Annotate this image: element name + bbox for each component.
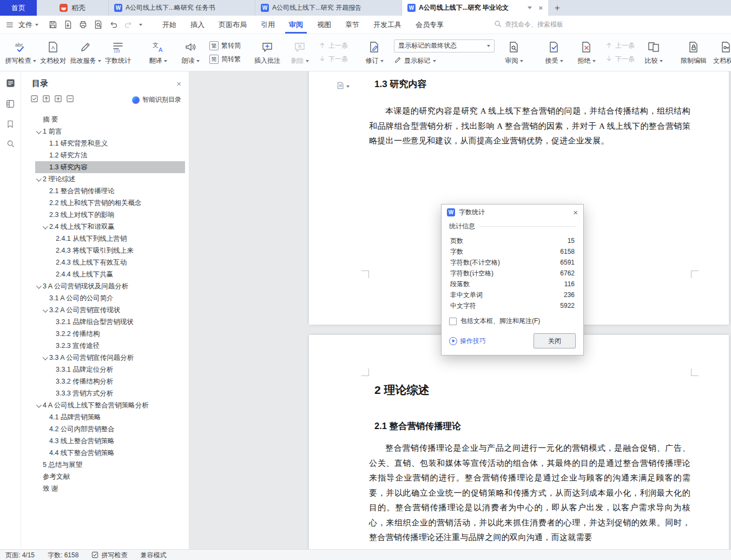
toc-item[interactable]: 4.3 线上整合营销策略	[35, 435, 185, 447]
print-icon[interactable]	[78, 20, 88, 29]
track-changes-button[interactable]: 修订	[358, 36, 391, 69]
next-change-button[interactable]: 下一条	[605, 55, 635, 64]
smart-recognize-toc-button[interactable]: 智能识别目录	[132, 95, 181, 104]
translate-button[interactable]: 文A 翻译	[142, 36, 174, 69]
accept-change-button[interactable]: 接受	[538, 36, 570, 69]
toc-item[interactable]: 参考文献	[35, 471, 185, 483]
qat-more-caret-icon[interactable]	[139, 24, 142, 26]
doc-proof-button[interactable]: A 文档校对	[37, 36, 69, 69]
undo-icon[interactable]	[109, 20, 118, 29]
toc-item[interactable]: 5 总结与展望	[35, 459, 185, 471]
toc-item[interactable]: 1.3 研究内容	[35, 161, 185, 173]
toc-item[interactable]: 2.3 线上对线下的影响	[35, 209, 185, 221]
restrict-editing-button[interactable]: 限制编辑	[677, 36, 710, 69]
new-tab-button[interactable]: +	[548, 0, 567, 16]
toc-item[interactable]: 4.4 线下整合营销策略	[35, 447, 185, 459]
toc-item[interactable]: 4 A 公司线上线下整合营销策略分析	[35, 399, 185, 411]
word-count-indicator[interactable]: 字数: 6158	[48, 551, 78, 560]
toc-item[interactable]: 1.1 研究背景和意义	[35, 137, 185, 149]
spell-check-button[interactable]: abc 拼写检查	[4, 36, 37, 69]
ribbon-tab[interactable]: 视图	[310, 16, 338, 34]
compare-button[interactable]: 比较	[637, 36, 670, 69]
toc-item[interactable]: 4.2 公司内部营销整合	[35, 423, 185, 435]
ribbon-tab[interactable]: 开发工具	[366, 16, 409, 34]
hamburger-menu-icon[interactable]	[5, 21, 14, 29]
toc-item[interactable]: 3 A 公司营销现状及问题分析	[35, 280, 185, 292]
toc-item[interactable]: 3.3.3 营销方式分析	[35, 387, 185, 399]
document-tab[interactable]: A公司线上线下...研究 毕业论文	[402, 0, 548, 16]
toc-item[interactable]: 1 前言	[35, 126, 185, 137]
toc-item[interactable]: 2.4.1 从线下到线上营销	[35, 233, 185, 245]
trad-to-simp-button[interactable]: 繁繁转简	[209, 41, 241, 51]
reject-change-button[interactable]: 拒绝	[570, 36, 603, 69]
correction-service-button[interactable]: 批改服务	[69, 36, 102, 69]
dialog-titlebar[interactable]: 字数统计 ×	[442, 205, 583, 220]
document-map-icon[interactable]	[5, 99, 15, 111]
toc-item[interactable]: 致 谢	[35, 483, 185, 495]
toc-item[interactable]: 3.2.2 传播结构	[35, 328, 185, 340]
document-tab[interactable]: A公司线上线下...研究 开题报告	[255, 0, 402, 16]
toc-item[interactable]: 3.3 A 公司营销宣传问题分析	[35, 352, 185, 364]
page-indicator[interactable]: 页面: 4/15	[5, 551, 35, 560]
document-tab[interactable]: A公司线上线下...略研究 任务书	[109, 0, 255, 16]
toc-item[interactable]: 2 理论综述	[35, 173, 185, 185]
toc-item[interactable]: 摘 要	[35, 114, 185, 126]
chevron-down-icon[interactable]	[42, 308, 49, 312]
read-aloud-button[interactable]: 朗读	[174, 36, 207, 69]
ribbon-tab[interactable]: 会员专享	[409, 16, 451, 34]
toc-item[interactable]: 2.4.4 线上线下共赢	[35, 268, 185, 280]
review-pane-button[interactable]: 审阅	[498, 36, 530, 69]
find-icon[interactable]	[6, 139, 15, 150]
save-icon[interactable]	[48, 20, 57, 29]
toc-item[interactable]: 1.2 研究方法	[35, 149, 185, 161]
docer-tab[interactable]: 稻壳	[37, 0, 109, 16]
chevron-down-icon[interactable]	[42, 225, 49, 229]
toc-expand-all-icon[interactable]	[54, 95, 62, 105]
chevron-down-icon[interactable]	[35, 177, 43, 181]
toc-item[interactable]: 3.1 A 公司的公司简介	[35, 292, 185, 304]
chevron-down-icon[interactable]	[528, 6, 532, 9]
chevron-down-icon[interactable]	[35, 130, 43, 134]
toc-collapse-all-icon[interactable]	[66, 95, 74, 105]
document-page[interactable]: 2 理论综述 2.1 整合营销传播理论 整合营销传播理论是企业与产品之间进行一元…	[309, 335, 729, 549]
tab-close-icon[interactable]	[538, 4, 543, 12]
ribbon-tab[interactable]: 引用	[254, 16, 282, 34]
export-pdf-icon[interactable]	[63, 20, 73, 29]
toc-select-icon[interactable]	[30, 95, 38, 105]
toc-item[interactable]: 3.2.3 宣传途径	[35, 340, 185, 352]
ribbon-tab[interactable]: 页面布局	[212, 16, 254, 34]
document-permission-button[interactable]: 文档权限	[710, 36, 731, 69]
markup-state-combobox[interactable]: 显示标记的最终状态	[394, 39, 495, 52]
toc-item[interactable]: 3.3.2 传播结构分析	[35, 375, 185, 387]
redo-icon[interactable]	[124, 20, 133, 29]
show-markup-button[interactable]: 显示标记	[394, 56, 495, 66]
tips-link[interactable]: 操作技巧	[449, 337, 486, 346]
chevron-down-icon[interactable]	[35, 404, 43, 407]
delete-comment-button[interactable]: 删除	[284, 36, 316, 69]
chevron-down-icon[interactable]	[35, 285, 43, 288]
command-search[interactable]: 查找命令、搜索模板	[494, 20, 563, 29]
close-icon[interactable]: ×	[176, 79, 181, 88]
home-tab[interactable]: 首页	[0, 0, 37, 16]
toc-item[interactable]: 2.4.3 将线下吸引到线上来	[35, 245, 185, 256]
ribbon-tab[interactable]: 开始	[155, 16, 183, 34]
prev-comment-button[interactable]: 上一条	[319, 41, 348, 51]
insert-comment-button[interactable]: 插入批注	[251, 36, 284, 69]
toc-collapse-icon[interactable]	[42, 95, 50, 105]
toc-item[interactable]: 2.2 线上和线下营销的相关概念	[35, 197, 185, 209]
bookmark-icon[interactable]	[6, 120, 15, 130]
document-area[interactable]: 1.3 研究内容 本课题的研究内容是研究 A 线上线下整合营销的问题，并结合传播…	[189, 71, 731, 549]
print-preview-icon[interactable]	[94, 20, 103, 29]
file-menu-button[interactable]: 文件	[18, 20, 38, 30]
word-count-button[interactable]: 123 字数统计	[102, 36, 134, 69]
dialog-close-button[interactable]: 关闭	[534, 333, 576, 348]
simp-to-trad-button[interactable]: 简简转繁	[209, 55, 241, 64]
toc-item[interactable]: 2.1 整合营销传播理论	[35, 185, 185, 197]
ribbon-tab[interactable]: 审阅	[282, 16, 310, 34]
prev-change-button[interactable]: 上一条	[605, 41, 635, 51]
toc-panel-icon[interactable]	[5, 78, 16, 90]
close-icon[interactable]: ×	[573, 208, 578, 216]
toc-item[interactable]: 4.1 品牌营销策略	[35, 411, 185, 423]
toc-item[interactable]: 3.2 A 公司营销宣传现状	[35, 304, 185, 316]
spellcheck-status[interactable]: 拼写检查	[91, 551, 127, 560]
